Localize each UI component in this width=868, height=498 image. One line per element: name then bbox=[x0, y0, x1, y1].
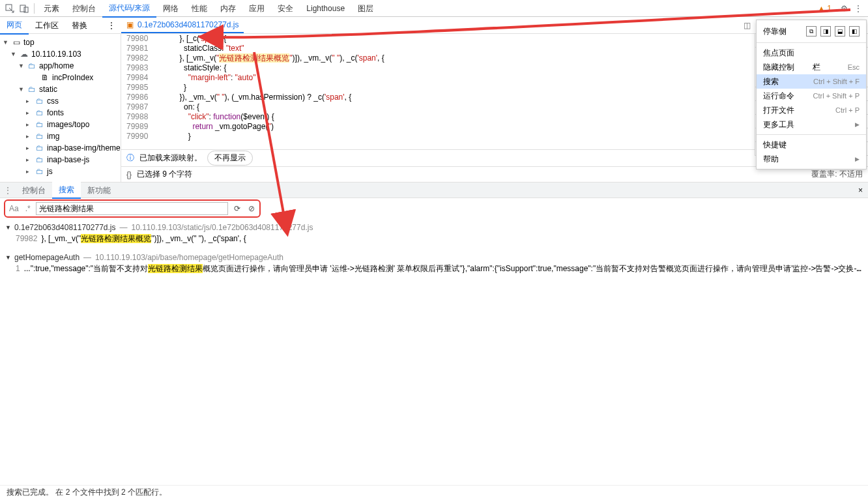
tab-workspace[interactable]: 工作区 bbox=[29, 17, 65, 34]
tree-host[interactable]: ▼☁10.110.19.103 bbox=[0, 48, 121, 60]
tree-fonts[interactable]: ▸🗀fonts bbox=[0, 107, 121, 119]
ctx-shortcuts[interactable]: 快捷键 bbox=[757, 138, 866, 152]
ctx-help[interactable]: 帮助▶ bbox=[757, 152, 866, 166]
navigator-tabs: 网页 工作区 替换 ⋮ bbox=[0, 16, 121, 35]
tab-override[interactable]: 替换 bbox=[65, 17, 94, 34]
case-sensitive-toggle[interactable]: Aa bbox=[8, 204, 20, 213]
js-file-icon: ▣ bbox=[126, 20, 134, 29]
tree-incproindex[interactable]: 🗎incProIndex bbox=[0, 72, 121, 83]
ctx-hide-console[interactable]: 隐藏控制栏Esc bbox=[757, 60, 866, 74]
device-toggle-icon[interactable] bbox=[17, 1, 31, 16]
drawer-handle-icon[interactable]: ⋮ bbox=[0, 186, 16, 195]
drawer-tabs: ⋮ 控制台 搜索 新功能 × bbox=[0, 183, 868, 198]
gear-icon[interactable]: ⚙ bbox=[837, 1, 851, 16]
drawer-tab-console[interactable]: 控制台 bbox=[16, 183, 52, 198]
open-file-name: 0.1e72b063d4081170277d.js bbox=[137, 20, 239, 29]
search-footer: 搜索已完成。 在 2 个文件中找到 2 个匹配行。 bbox=[0, 485, 868, 498]
tree-inapbasejs[interactable]: ▸🗀inap-base-js bbox=[0, 154, 121, 166]
tab-page[interactable]: 网页 bbox=[0, 16, 29, 35]
sources-sub-header: 网页 工作区 替换 ⋮ ▣ 0.1e72b063d4081170277d.js … bbox=[0, 17, 868, 34]
tab-layers[interactable]: 图层 bbox=[351, 0, 380, 17]
warnings-badge[interactable]: ▲1 bbox=[817, 4, 832, 13]
tab-network[interactable]: 网络 bbox=[156, 0, 185, 17]
tree-top[interactable]: ▼▭top bbox=[0, 37, 121, 48]
clear-icon[interactable]: ⊘ bbox=[246, 204, 257, 213]
tree-imagestopo[interactable]: ▸🗀images/topo bbox=[0, 119, 121, 130]
search-results: ▼0.1e72b063d4081170277d.js—10.110.19.103… bbox=[0, 219, 868, 276]
tree-inapbaseimg[interactable]: ▸🗀inap-base-img/theme bbox=[0, 142, 121, 154]
result-line-1[interactable]: 79982}, [_vm._v("光链路检测结果概览")]), _vm._v("… bbox=[5, 233, 863, 244]
dock-right-icon[interactable]: ◧ bbox=[849, 26, 860, 37]
tab-security[interactable]: 安全 bbox=[271, 0, 300, 17]
ctx-dock-side: 停靠侧 ⧉ ◨ ⬓ ◧ bbox=[757, 23, 866, 40]
search-box: Aa .* ⟳ ⊘ bbox=[4, 199, 261, 218]
tab-sources[interactable]: 源代码/来源 bbox=[102, 0, 156, 18]
ctx-search[interactable]: 搜索Ctrl + Shift + F bbox=[757, 74, 866, 89]
dock-bottom-icon[interactable]: ⬓ bbox=[835, 26, 845, 37]
search-input[interactable] bbox=[39, 204, 225, 213]
navigator-more-icon[interactable]: ⋮ bbox=[104, 18, 119, 33]
dock-undock-icon[interactable]: ⧉ bbox=[806, 26, 817, 37]
regex-toggle[interactable]: .* bbox=[24, 204, 32, 213]
tab-memory[interactable]: 内存 bbox=[214, 0, 242, 17]
dismiss-button[interactable]: 不再显示 bbox=[207, 151, 253, 166]
refresh-icon[interactable]: ⟳ bbox=[232, 204, 242, 213]
tab-elements[interactable]: 元素 bbox=[37, 0, 66, 17]
result-line-2[interactable]: 1...":true,"message":"当前暂不支持对光链路检测结果概览页面… bbox=[5, 263, 863, 274]
tab-console[interactable]: 控制台 bbox=[66, 0, 102, 17]
tree-js[interactable]: ▸🗀js bbox=[0, 166, 121, 177]
more-icon[interactable]: ⋮ bbox=[851, 1, 865, 16]
code-lines: }, [_c('span', { staticClass: "text" }, … bbox=[153, 34, 384, 149]
tab-lighthouse[interactable]: Lighthouse bbox=[300, 0, 351, 17]
sources-work-area: ▼▭top ▼☁10.110.19.103 ▼🗀app/home 🗎incPro… bbox=[0, 34, 868, 183]
sourcemap-msg: 已加载来源映射。 bbox=[139, 153, 202, 164]
drawer-close-icon[interactable]: × bbox=[853, 186, 868, 195]
ctx-run-command[interactable]: 运行命令Ctrl + Shift + P bbox=[757, 89, 866, 103]
settings-context-menu: 停靠侧 ⧉ ◨ ⬓ ◧ 焦点页面 隐藏控制栏Esc 搜索Ctrl + Shift… bbox=[756, 20, 867, 169]
drawer-tab-newfeatures[interactable]: 新功能 bbox=[81, 183, 117, 198]
selection-info: 已选择 9 个字符 bbox=[137, 169, 192, 180]
result-file-1[interactable]: ▼0.1e72b063d4081170277d.js—10.110.19.103… bbox=[5, 222, 863, 233]
coverage-info: 覆盖率: 不适用 bbox=[811, 169, 863, 180]
tree-img[interactable]: ▸🗀img bbox=[0, 130, 121, 142]
drawer-tab-search[interactable]: 搜索 bbox=[52, 182, 81, 199]
info-icon: ⓘ bbox=[126, 153, 134, 164]
ctx-open-file[interactable]: 打开文件Ctrl + P bbox=[757, 103, 866, 117]
svg-rect-1 bbox=[20, 5, 25, 12]
toggle-panel-icon[interactable]: ◫ bbox=[740, 18, 754, 33]
line-numbers: 7998079981799827998379984799857998679987… bbox=[126, 34, 153, 149]
warnings-count: 1 bbox=[827, 4, 832, 13]
global-search-bar: Aa .* ⟳ ⊘ bbox=[0, 198, 868, 219]
devtools-main-tabs: 元素 控制台 源代码/来源 网络 性能 内存 应用 安全 Lighthouse … bbox=[0, 0, 868, 17]
inspect-icon[interactable] bbox=[3, 1, 17, 16]
open-file-tab[interactable]: ▣ 0.1e72b063d4081170277d.js bbox=[121, 17, 244, 33]
tree-static[interactable]: ▼🗀static bbox=[0, 83, 121, 95]
ctx-more-tools[interactable]: 更多工具▶ bbox=[757, 117, 866, 132]
result-file-2[interactable]: ▼getHomepageAuth—10.110.19.103/api/base/… bbox=[5, 252, 863, 263]
tree-apphome[interactable]: ▼🗀app/home bbox=[0, 60, 121, 72]
divider bbox=[34, 3, 35, 14]
tab-performance[interactable]: 性能 bbox=[185, 0, 214, 17]
tab-application[interactable]: 应用 bbox=[242, 0, 271, 17]
braces-icon[interactable]: {} bbox=[126, 170, 132, 179]
file-tree[interactable]: ▼▭top ▼☁10.110.19.103 ▼🗀app/home 🗎incPro… bbox=[0, 34, 121, 182]
ctx-focus-page[interactable]: 焦点页面 bbox=[757, 46, 866, 60]
dock-left-icon[interactable]: ◨ bbox=[820, 26, 831, 37]
tree-css[interactable]: ▸🗀css bbox=[0, 95, 121, 107]
